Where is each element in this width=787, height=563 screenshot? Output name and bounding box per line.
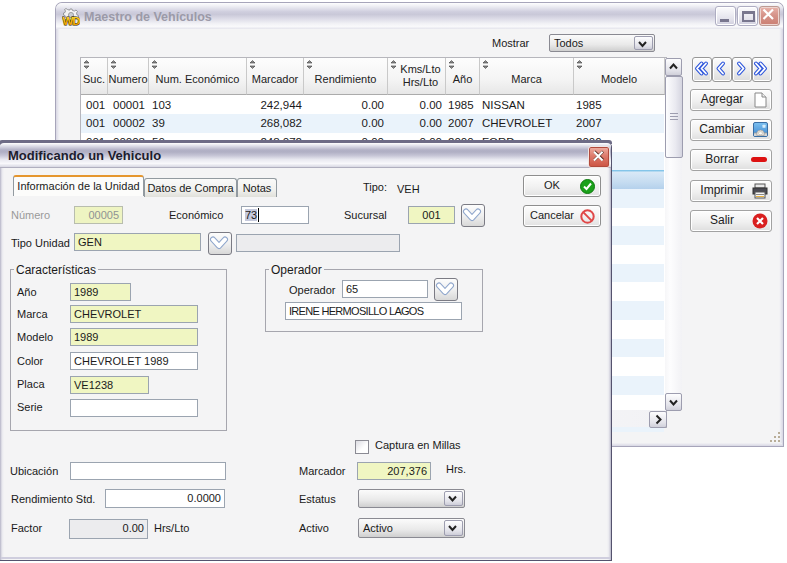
svg-text:WD: WD xyxy=(63,15,80,26)
